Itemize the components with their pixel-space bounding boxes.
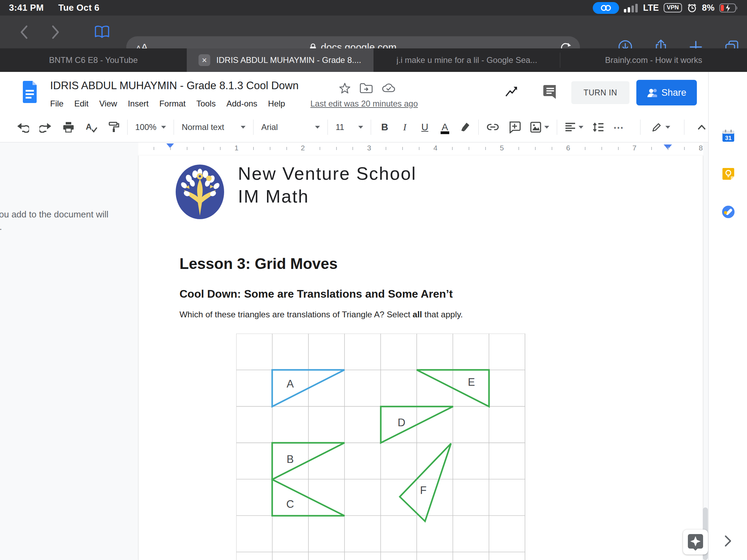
document-page[interactable]: New Venture School IM Math Lesson 3: Gri… bbox=[138, 156, 703, 560]
ruler-tick bbox=[402, 147, 403, 150]
screen: 3:41 PM Tue Oct 6 LTE VPN bbox=[0, 0, 747, 560]
spellcheck-button[interactable]: A bbox=[85, 121, 98, 133]
underline-button[interactable]: U bbox=[419, 122, 431, 133]
collapse-toolbar-button[interactable] bbox=[697, 124, 707, 130]
triangle-label-F: F bbox=[420, 484, 427, 496]
menu-view[interactable]: View bbox=[99, 99, 117, 109]
comments-button[interactable] bbox=[542, 84, 559, 102]
ruler-tick bbox=[419, 147, 419, 150]
menu-file[interactable]: File bbox=[50, 99, 64, 109]
font-size-select[interactable]: 11 bbox=[335, 122, 363, 132]
last-edit-link[interactable]: Last edit was 20 minutes ago bbox=[310, 99, 418, 109]
ruler-tick bbox=[601, 147, 602, 150]
school-subject: IM Math bbox=[238, 186, 309, 207]
sidebar-collapse-chevron[interactable] bbox=[724, 534, 732, 549]
toolbar-divider bbox=[684, 120, 684, 135]
clock-time: 3:41 PM bbox=[9, 2, 44, 13]
print-button[interactable] bbox=[62, 121, 75, 133]
tab-brainly[interactable]: Brainly.com - How it works bbox=[560, 48, 747, 72]
menu-tools[interactable]: Tools bbox=[196, 99, 216, 109]
menu-insert[interactable]: Insert bbox=[128, 99, 149, 109]
ruler-tick bbox=[469, 147, 469, 150]
triangle-label-C: C bbox=[286, 498, 294, 510]
move-to-folder-button[interactable] bbox=[360, 83, 373, 95]
ruler-tick bbox=[320, 147, 320, 150]
menu-format[interactable]: Format bbox=[159, 99, 186, 109]
chevron-down-icon bbox=[241, 126, 246, 129]
open-book-icon bbox=[94, 25, 110, 39]
ruler-tick bbox=[651, 147, 652, 150]
bold-button[interactable]: B bbox=[379, 122, 390, 133]
align-button[interactable] bbox=[565, 122, 583, 132]
star-button[interactable] bbox=[339, 82, 351, 95]
paragraph-style-select[interactable]: Normal text bbox=[182, 122, 246, 132]
alarm-icon bbox=[687, 3, 697, 13]
forward-chevron-icon bbox=[51, 25, 60, 40]
paint-format-button[interactable] bbox=[108, 121, 120, 133]
editing-mode-button[interactable] bbox=[652, 122, 670, 132]
ruler-tick bbox=[270, 147, 270, 150]
insights-button[interactable] bbox=[505, 86, 519, 99]
ruler-tick bbox=[203, 147, 204, 150]
bookmarks-button[interactable] bbox=[90, 25, 114, 39]
explore-button[interactable] bbox=[683, 530, 708, 554]
signal-strength-icon bbox=[624, 3, 638, 13]
calendar-icon[interactable]: 31 bbox=[722, 129, 735, 144]
tab-active-docs[interactable]: ✕ IDRIS ABDUL MUHAYMIN - Grade 8.... bbox=[187, 48, 374, 72]
redo-button[interactable] bbox=[39, 122, 52, 133]
docs-file-icon[interactable] bbox=[21, 81, 38, 104]
chevron-down-icon bbox=[358, 126, 363, 129]
toolbar-divider bbox=[478, 120, 479, 135]
italic-button[interactable]: I bbox=[399, 122, 411, 133]
triangle-label-A: A bbox=[287, 378, 294, 390]
ruler-tick bbox=[336, 147, 337, 150]
line-spacing-button[interactable] bbox=[592, 122, 604, 132]
safari-toolbar: AA docs.google.com bbox=[0, 16, 747, 48]
ruler-tick bbox=[668, 147, 668, 150]
clock-date: Tue Oct 6 bbox=[58, 2, 99, 13]
text-color-button[interactable]: A bbox=[439, 122, 451, 133]
ruler-tick bbox=[386, 147, 386, 150]
menu-edit[interactable]: Edit bbox=[74, 99, 89, 109]
zoom-select[interactable]: 100% bbox=[135, 122, 166, 132]
tasks-icon[interactable] bbox=[722, 205, 735, 220]
close-tab-button[interactable]: ✕ bbox=[199, 54, 210, 66]
ruler-number: 7 bbox=[628, 144, 642, 152]
ruler-tick bbox=[170, 147, 171, 150]
font-select[interactable]: Arial bbox=[261, 122, 320, 132]
undo-button[interactable] bbox=[17, 122, 29, 133]
status-bar: 3:41 PM Tue Oct 6 LTE VPN bbox=[0, 0, 747, 16]
battery-percent: 8% bbox=[702, 3, 714, 13]
tab-youtube[interactable]: BNTM C6 E8 - YouTube bbox=[0, 48, 187, 72]
insert-link-button[interactable] bbox=[486, 122, 499, 133]
toolbar-divider bbox=[640, 120, 640, 135]
menu-help[interactable]: Help bbox=[268, 99, 285, 109]
more-options-button[interactable]: ⋯ bbox=[613, 121, 624, 133]
cooldown-title: Cool Down: Some are Translations and Som… bbox=[179, 288, 453, 300]
ruler-tick bbox=[684, 147, 685, 150]
add-comment-button[interactable] bbox=[508, 121, 521, 133]
docs-header: IDRIS ABDUL MUHAYMIN - Grade 8.1.3 Cool … bbox=[0, 72, 747, 112]
chevron-down-icon bbox=[315, 126, 320, 129]
tab-google-search[interactable]: j.i make u mine for a lil - Google Sea..… bbox=[374, 48, 560, 72]
svg-text:A: A bbox=[86, 122, 92, 131]
turn-in-button[interactable]: TURN IN bbox=[571, 81, 629, 104]
keep-icon[interactable] bbox=[722, 167, 735, 182]
explore-sparkle-icon bbox=[687, 533, 704, 551]
triangle-label-B: B bbox=[287, 453, 294, 465]
menu-addons[interactable]: Add-ons bbox=[227, 99, 257, 109]
share-button[interactable]: Share bbox=[636, 80, 697, 105]
document-title[interactable]: IDRIS ABDUL MUHAYMIN - Grade 8.1.3 Cool … bbox=[50, 80, 298, 92]
back-button[interactable] bbox=[14, 25, 35, 40]
ruler-strip: 12345678 bbox=[138, 142, 703, 156]
comment-icon bbox=[542, 84, 559, 100]
toolbar-divider bbox=[253, 120, 253, 135]
toolbar-divider bbox=[371, 120, 371, 135]
insert-image-button[interactable] bbox=[530, 121, 549, 133]
highlight-color-button[interactable] bbox=[459, 121, 471, 133]
forward-button[interactable] bbox=[45, 25, 66, 40]
chevron-down-icon bbox=[665, 126, 670, 129]
cloud-saved-icon[interactable] bbox=[382, 83, 396, 95]
tab-bar: BNTM C6 E8 - YouTube ✕ IDRIS ABDUL MUHAY… bbox=[0, 48, 747, 72]
triangle-F bbox=[400, 444, 451, 521]
